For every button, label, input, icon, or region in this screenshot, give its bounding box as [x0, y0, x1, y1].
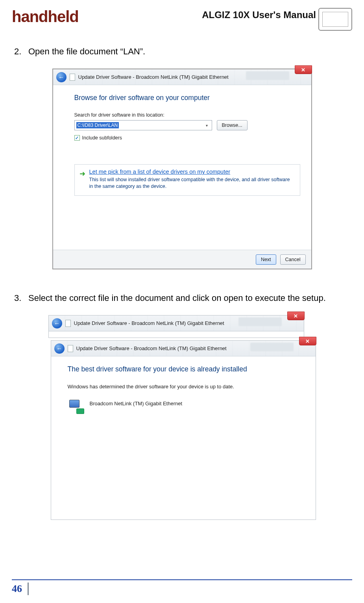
screenshot-2: ✕ ← Update Driver Software - Broadcom Ne…: [48, 315, 316, 520]
titlebar-ghost: [250, 343, 294, 351]
browse-button[interactable]: Browse...: [217, 120, 248, 130]
dialog-footer: Next Cancel: [53, 250, 311, 269]
cancel-button[interactable]: Cancel: [280, 254, 306, 265]
front-window-title: Update Driver Software - Broadcom NetLin…: [76, 345, 227, 351]
front-dialog-heading: The best driver software for your device…: [68, 365, 305, 373]
window-icon: [65, 320, 71, 327]
page-footer: 46: [12, 579, 352, 595]
dialog-heading: Browse for driver software on your compu…: [74, 94, 300, 102]
window-close-button[interactable]: ✕: [295, 65, 312, 74]
screenshot-2-wrap: ✕ ← Update Driver Software - Broadcom Ne…: [12, 315, 352, 520]
footer-row: 46: [12, 583, 352, 595]
chevron-down-icon[interactable]: ▾: [204, 122, 210, 128]
pick-from-list-desc: This list will show installed driver sof…: [89, 176, 295, 190]
step-2-text: Open the file document “LAN”.: [28, 46, 145, 57]
include-subfolders-checkbox[interactable]: ✓: [74, 135, 80, 141]
back-window-back-button[interactable]: ←: [52, 318, 62, 328]
step-3-number: 3.: [14, 293, 23, 303]
front-window-back-button[interactable]: ←: [54, 343, 65, 354]
step-3: 3. Select the correct file in the docume…: [12, 293, 352, 303]
window-titlebar: ← Update Driver Software - Broadcom NetL…: [53, 69, 311, 85]
device-outline-icon: [318, 8, 352, 31]
page-number: 46: [12, 583, 22, 595]
pick-from-list-box[interactable]: ➜ Let me pick from a list of device driv…: [74, 164, 300, 196]
manual-title: ALGIZ 10X User's Manual: [202, 8, 316, 20]
path-row: C:\ID83 Driver\LAN ▾ Browse...: [74, 120, 300, 130]
arrow-right-icon: ➜: [79, 169, 85, 190]
front-window: ✕ ← Update Driver Software - Broadcom Ne…: [51, 340, 316, 520]
step-3-text: Select the correct file in the document …: [28, 293, 326, 303]
footer-separator: [28, 583, 29, 595]
search-location-label: Search for driver software in this locat…: [74, 112, 300, 118]
titlebar-ghost: [246, 71, 289, 80]
brand-logo: handheld: [12, 8, 79, 26]
network-adapter-icon: [68, 400, 84, 414]
window-icon: [70, 74, 75, 81]
next-button[interactable]: Next: [256, 254, 276, 265]
pick-text-col: Let me pick from a list of device driver…: [89, 169, 295, 190]
path-value: C:\ID83 Driver\LAN: [76, 122, 119, 128]
pick-from-list-link[interactable]: Let me pick from a list of device driver…: [89, 169, 295, 175]
include-subfolders-label: Include subfolders: [82, 135, 122, 141]
path-combobox[interactable]: C:\ID83 Driver\LAN ▾: [74, 120, 212, 130]
dialog-body: Browse for driver software on your compu…: [53, 85, 311, 196]
front-window-close-button[interactable]: ✕: [299, 337, 316, 345]
page-header: handheld ALGIZ 10X User's Manual: [12, 8, 352, 31]
header-right: ALGIZ 10X User's Manual: [202, 8, 352, 31]
include-subfolders-row: ✓ Include subfolders: [74, 135, 300, 141]
footer-rule: [12, 579, 352, 580]
front-dialog-body: The best driver software for your device…: [51, 356, 316, 414]
document-page: handheld ALGIZ 10X User's Manual 2. Open…: [0, 0, 364, 603]
device-row: Broadcom NetLink (TM) Gigabit Ethernet: [68, 400, 305, 414]
screenshot-1-wrap: ✕ ← Update Driver Software - Broadcom Ne…: [12, 69, 352, 269]
back-window: ✕ ← Update Driver Software - Broadcom Ne…: [48, 315, 304, 338]
step-2: 2. Open the file document “LAN”.: [12, 46, 352, 57]
back-window-titlebar: ← Update Driver Software - Broadcom NetL…: [49, 315, 304, 331]
window-icon: [68, 345, 73, 352]
front-dialog-subtext: Windows has determined the driver softwa…: [68, 384, 305, 390]
window-title: Update Driver Software - Broadcom NetLin…: [78, 74, 229, 80]
back-window-title: Update Driver Software - Broadcom NetLin…: [74, 320, 224, 326]
back-window-strip: [49, 331, 304, 338]
step-2-number: 2.: [14, 46, 23, 57]
back-button[interactable]: ←: [56, 72, 67, 82]
titlebar-ghost: [238, 317, 282, 326]
device-name: Broadcom NetLink (TM) Gigabit Ethernet: [90, 400, 183, 406]
back-window-close-button[interactable]: ✕: [287, 312, 305, 320]
front-window-titlebar: ← Update Driver Software - Broadcom NetL…: [51, 341, 316, 356]
screenshot-1: ✕ ← Update Driver Software - Broadcom Ne…: [52, 69, 312, 269]
